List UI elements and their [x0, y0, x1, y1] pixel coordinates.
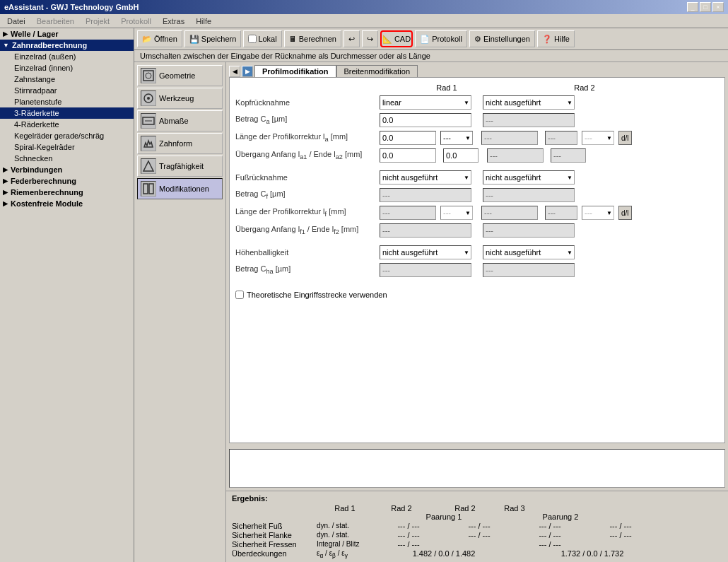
minimize-button[interactable]: _	[687, 2, 698, 12]
svg-rect-8	[149, 184, 153, 194]
betrag-ca-rad2-input	[483, 113, 575, 127]
kopf-label: Kopfrücknahme	[235, 98, 377, 107]
calculate-icon: 🖩	[289, 35, 297, 43]
werkzeug-button[interactable]: Werkzeug	[137, 88, 223, 109]
help-button[interactable]: ❓ Hilfe	[537, 30, 575, 47]
zahnform-icon	[141, 136, 156, 151]
sidebar-item-spiral-kegelraeder[interactable]: Spiral-Kegelräder	[0, 141, 134, 153]
fuss-rad2-select[interactable]: nicht ausgeführt linear kreisbogenförmig	[483, 170, 575, 185]
left-panel: Geometrie Werkzeug Abmaße	[134, 62, 226, 562]
menu-extras[interactable]: Extras	[158, 16, 189, 26]
sidebar-item-riemenberechnung[interactable]: ▶ Riemenberechnung	[0, 187, 134, 198]
modifikationen-button[interactable]: Modifikationen	[137, 178, 223, 199]
local-checkbox-input[interactable]	[248, 35, 257, 43]
sidebar-item-einzelrad-innen[interactable]: Einzelrad (innen)	[0, 62, 134, 74]
svg-point-1	[146, 73, 151, 78]
uebergang-a-rad1-input2[interactable]	[443, 148, 479, 163]
kopf-rad2-select[interactable]: nicht ausgeführt linear kreisbogenförmig	[483, 95, 575, 110]
maximize-button[interactable]: □	[700, 2, 711, 12]
theoretisch-checkbox[interactable]	[235, 291, 244, 299]
hoehen-rad1-select[interactable]: nicht ausgeführt	[380, 245, 471, 259]
sidebar-item-kegelraeder[interactable]: Kegelräder gerade/schräg	[0, 130, 134, 141]
cad-button[interactable]: 📐 CAD	[380, 30, 413, 47]
uebergang-f-label: Übergang Anfang lf1 / Ende lf2 [mm]	[235, 225, 377, 235]
menu-protokoll: Protokoll	[117, 16, 155, 26]
werkzeug-icon	[141, 90, 156, 106]
laenge-la-rad2-select[interactable]: ---	[582, 131, 614, 145]
betrag-ca-rad1-input[interactable]	[380, 113, 471, 127]
open-button[interactable]: 📂 Öffnen	[137, 30, 182, 47]
redo-icon: ↪	[367, 35, 373, 44]
sidebar-item-stirnradpaar[interactable]: Stirnradpaar	[0, 85, 134, 96]
results-area: Ergebnis: Rad 1 Rad 2 Rad 2 Rad 3 Paarun…	[226, 491, 728, 562]
work-area: Geometrie Werkzeug Abmaße	[134, 62, 728, 562]
kopf-rad1-select[interactable]: linear nicht ausgeführt kreisbogenförmig	[380, 95, 471, 110]
betrag-cf-rad1-input	[380, 188, 471, 202]
sidebar-item-schnecken[interactable]: Schnecken	[0, 153, 134, 164]
window-controls[interactable]: _ □ ×	[687, 2, 724, 12]
laenge-la-rad2-input2	[545, 131, 577, 145]
tab-next-button[interactable]: ▶	[242, 66, 253, 77]
save-button[interactable]: 💾 Speichern	[184, 30, 242, 47]
menu-bar: Datei Bearbeiten Projekt Protokoll Extra…	[0, 14, 728, 28]
content-area: 📂 Öffnen 💾 Speichern Lokal 🖩 Berechnen ↩…	[134, 28, 728, 562]
laenge-lf-rad2-input2	[545, 206, 577, 220]
results-col-rad1: Rad 1	[317, 504, 373, 513]
redo-button[interactable]: ↪	[362, 30, 378, 47]
sidebar-item-welle[interactable]: ▶ Welle / Lager	[0, 28, 134, 40]
tab-prev-button[interactable]: ◀	[229, 66, 240, 77]
open-icon: 📂	[142, 35, 152, 44]
tab-breitenmodifikation[interactable]: Breitenmodifikation	[336, 65, 418, 77]
tragfaehigkeit-button[interactable]: Tragfähigkeit	[137, 156, 223, 177]
laenge-la-rad1-select[interactable]: ---	[440, 131, 473, 145]
save-icon: 💾	[189, 35, 199, 44]
title-bar: eAssistant - GWJ Technology GmbH _ □ ×	[0, 0, 728, 14]
expand-icon: ▶	[3, 200, 8, 207]
close-button[interactable]: ×	[712, 2, 724, 12]
theoretisch-checkbox-label[interactable]: Theoretische Eingriffsstrecke verwenden	[235, 291, 387, 299]
di-button-la[interactable]: d/l	[618, 131, 632, 145]
status-bar: Umschalten zwischen der Eingabe der Rück…	[134, 50, 728, 62]
sidebar-item-verbindungen[interactable]: ▶ Verbindungen	[0, 164, 134, 175]
results-col-rad3: Rad 3	[486, 504, 543, 513]
fuss-rad1-select[interactable]: nicht ausgeführt linear kreisbogenförmig	[380, 170, 471, 185]
geometrie-button[interactable]: Geometrie	[137, 65, 223, 86]
abmasse-button[interactable]: Abmaße	[137, 110, 223, 131]
sidebar-item-4-raederkette[interactable]: 4-Räderkette	[0, 119, 134, 130]
uebergang-a-rad2-input1	[487, 148, 544, 163]
paarung1-label: Paarung 1	[387, 513, 500, 521]
sidebar-item-zahnstange[interactable]: Zahnstange	[0, 74, 134, 85]
settings-button[interactable]: ⚙ Einstellungen	[469, 30, 535, 47]
modifikationen-icon	[141, 181, 156, 197]
tab-profilmodifikation[interactable]: Profilmodifikation	[254, 65, 336, 77]
di-button-lf[interactable]: d/l	[618, 206, 632, 220]
results-row-sicherheit-fressen: Sicherheit Fressen Integral / Blitz --- …	[232, 540, 722, 549]
col-header-rad2: Rad 2	[528, 83, 641, 92]
uebergang-f-rad2-input	[483, 223, 575, 238]
geometrie-icon	[141, 68, 156, 83]
menu-hilfe[interactable]: Hilfe	[192, 16, 216, 26]
sidebar-item-planetenstufe[interactable]: Planetenstufe	[0, 96, 134, 107]
sidebar-item-zahnrad[interactable]: ▼ Zahnradberechnung	[0, 40, 134, 51]
expand-icon: ▼	[3, 42, 9, 49]
expand-icon: ▶	[3, 189, 8, 196]
sidebar-item-federberechnung[interactable]: ▶ Federberechnung	[0, 175, 134, 187]
hoehen-rad2-select[interactable]: nicht ausgeführt	[483, 245, 575, 259]
sidebar-item-3-raederkette[interactable]: 3-Räderkette	[0, 107, 134, 119]
expand-icon: ▶	[3, 30, 8, 37]
protokoll-button[interactable]: 📄 Protokoll	[415, 30, 467, 47]
protokoll-icon: 📄	[420, 35, 430, 44]
toolbar: 📂 Öffnen 💾 Speichern Lokal 🖩 Berechnen ↩…	[134, 28, 728, 50]
menu-datei[interactable]: Datei	[3, 16, 30, 26]
local-checkbox[interactable]: Lokal	[243, 30, 281, 47]
laenge-la-rad1-input[interactable]	[380, 131, 436, 145]
zahnform-button[interactable]: Zahnform	[137, 133, 223, 154]
betrag-cha-label: Betrag Cha [µm]	[235, 264, 377, 275]
uebergang-a-label: Übergang Anfang la1 / Ende la2 [mm]	[235, 150, 377, 160]
sidebar-item-kostenfreie-module[interactable]: ▶ Kostenfreie Module	[0, 198, 134, 209]
calculate-button[interactable]: 🖩 Berechnen	[284, 30, 341, 47]
results-row-sicherheit-fuss: Sicherheit Fuß dyn. / stat. --- / --- --…	[232, 522, 722, 530]
undo-button[interactable]: ↩	[344, 30, 360, 47]
sidebar-item-einzelrad-aussen[interactable]: Einzelrad (außen)	[0, 51, 134, 62]
uebergang-a-rad1-input1[interactable]	[380, 148, 436, 163]
